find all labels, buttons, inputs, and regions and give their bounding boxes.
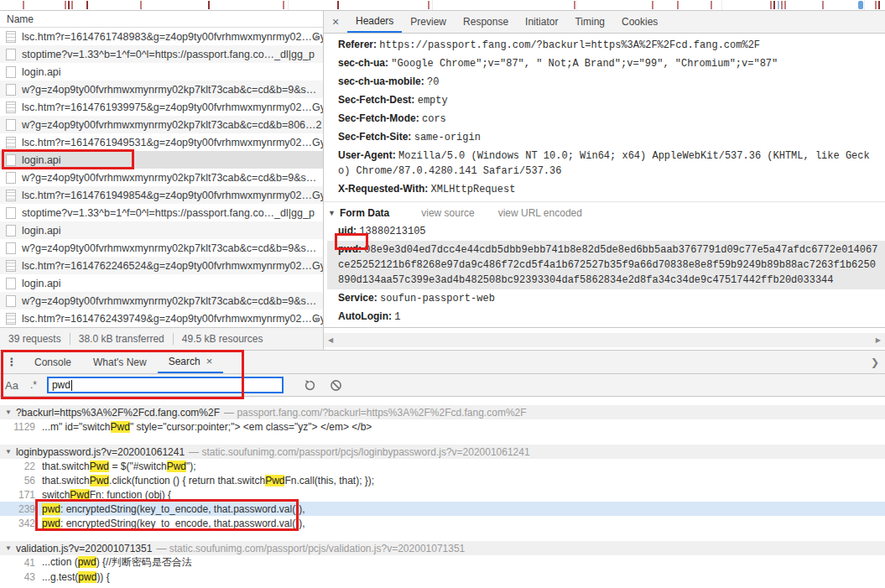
search-query-text: pwd <box>52 379 70 391</box>
request-row[interactable]: stoptime?v=1.33^b=1^f=0^l=https://passpo… <box>0 45 323 63</box>
file-icon <box>6 242 16 254</box>
scroll-down-icon[interactable]: ▼ <box>313 316 320 324</box>
tab-preview[interactable]: Preview <box>402 11 455 33</box>
match-text: " style="cursor:pointer;"> <em class="yz… <box>130 421 372 433</box>
result-group-header[interactable]: ▼validation.js?v=202001071351— static.so… <box>0 541 885 555</box>
search-match-line[interactable]: 22that.switchPwd = $("#switchPwd"); <box>0 459 885 473</box>
search-match-line[interactable]: 342pwd: encryptedString(key_to_encode, t… <box>0 516 885 530</box>
drawer-tab-console[interactable]: Console <box>23 351 82 373</box>
request-row[interactable]: lsc.htm?r=1614761949854&g=z4op9ty00fvrhm… <box>0 186 323 204</box>
header-value: same-origin <box>414 132 481 143</box>
request-name: login.api <box>22 154 61 166</box>
request-row[interactable]: stoptime?v=1.33^b=1^f=0^l=https://passpo… <box>0 204 323 221</box>
tab-headers[interactable]: Headers <box>347 11 402 33</box>
request-row[interactable]: lsc.htm?r=1614761748983&g=z4op9ty00fvrhm… <box>0 28 323 45</box>
network-overview-timeline[interactable] <box>0 0 885 11</box>
request-row[interactable]: lsc.htm?r=1614762246524&g=z4op9ty00fvrhm… <box>0 257 323 274</box>
network-panel: Name lsc.htm?r=1614761748983&g=z4op9ty00… <box>0 11 885 327</box>
collapse-triangle-icon[interactable]: ▼ <box>5 408 12 416</box>
header-value: empty <box>418 95 448 107</box>
request-row[interactable]: login.api <box>0 274 323 292</box>
file-icon <box>6 295 16 307</box>
horizontal-scrollbar[interactable]: ◀ ▶ <box>324 333 885 347</box>
search-input[interactable]: pwd <box>47 377 284 393</box>
search-match-line[interactable]: 171switchPwdFn: function (obj) { <box>0 487 885 502</box>
timeline-activity-tick-icon <box>652 1 653 9</box>
timeline-gridline <box>721 0 722 10</box>
request-row[interactable]: lsc.htm?r=1614761939975&g=z4op9ty00fvrhm… <box>0 98 323 116</box>
drawer-tab-what-s-new[interactable]: What's New <box>82 351 158 373</box>
collapse-triangle-icon[interactable]: ▼ <box>328 207 336 220</box>
match-line-content: pwd: encryptedString(key_to_encode, that… <box>42 518 305 529</box>
timeline-activity-tick-icon <box>778 1 779 9</box>
timeline-activity-tick-icon <box>677 1 679 9</box>
search-match-line[interactable]: 43...g.test(pwd)) { <box>0 570 885 584</box>
request-name: stoptime?v=1.33^b=1^f=0^l=https://passpo… <box>22 207 315 219</box>
request-row[interactable]: w?g=z4op9ty00fvrhmwxmynrmy02kp7klt73cab&… <box>0 81 323 98</box>
header-line: sec-ch-ua-mobile: ?0 <box>324 73 885 91</box>
search-match-line[interactable]: 1129...m" id="switchPwd" style="cursor:p… <box>0 419 885 434</box>
timeline-activity-tick-icon <box>822 1 824 9</box>
regex-toggle[interactable]: .* <box>30 379 37 391</box>
form-data-key: pwd: <box>338 243 364 255</box>
file-icon <box>6 172 16 184</box>
result-file-name: loginbypassword.js?v=202001061241 <box>16 446 185 458</box>
tab-response[interactable]: Response <box>455 11 517 33</box>
tab-timing[interactable]: Timing <box>566 11 613 33</box>
result-group: ▼?backurl=https%3A%2F%2Fcd.fang.com%2F— … <box>0 405 885 434</box>
request-name: lsc.htm?r=1614762439749&g=z4op9ty00fvrhm… <box>22 313 323 325</box>
collapse-triangle-icon[interactable]: ▼ <box>5 448 12 455</box>
request-name: lsc.htm?r=1614761949531&g=z4op9ty00fvrhm… <box>22 137 323 148</box>
scroll-right-icon[interactable]: ▶ <box>876 336 881 344</box>
close-tab-icon[interactable]: × <box>206 355 213 367</box>
refresh-search-icon[interactable] <box>304 379 316 392</box>
search-match-line[interactable]: 41...ction (pwd) {//判断密码是否合法 <box>0 555 885 570</box>
clear-search-icon[interactable] <box>330 379 342 392</box>
timeline-activity-tick-icon <box>781 1 783 9</box>
view-source-link[interactable]: view source <box>421 207 474 220</box>
request-row[interactable]: login.api <box>0 63 323 81</box>
name-column-label: Name <box>7 13 34 25</box>
tab-cookies[interactable]: Cookies <box>613 11 666 33</box>
timeline-gridline <box>432 0 433 10</box>
result-group-header[interactable]: ▼?backurl=https%3A%2F%2Fcd.fang.com%2F— … <box>0 405 885 419</box>
match-case-toggle[interactable]: Aa <box>5 379 18 392</box>
network-summary-bar: 39 requests38.0 kB transferred49.5 kB re… <box>0 327 324 350</box>
request-row[interactable]: w?g=z4op9ty00fvrhmwxmynrmy02kp7klt73cab&… <box>0 239 323 257</box>
request-row[interactable]: login.api <box>0 151 323 169</box>
form-data-value: 1 <box>394 311 400 323</box>
file-icon <box>6 119 16 131</box>
view-url-encoded-link[interactable]: view URL encoded <box>498 207 582 220</box>
tab-initiator[interactable]: Initiator <box>517 11 566 33</box>
drawer-menu-icon[interactable]: ⋮ <box>0 351 23 373</box>
match-highlight: pwd <box>78 556 96 568</box>
request-row[interactable]: lsc.htm?r=1614761949531&g=z4op9ty00fvrhm… <box>0 133 323 151</box>
close-details-button[interactable]: × <box>324 11 347 33</box>
request-row[interactable]: login.api <box>0 221 323 239</box>
request-row[interactable]: w?g=z4op9ty00fvrhmwxmynrmy02kp7klt73cab&… <box>0 116 323 133</box>
request-name: stoptime?v=1.33^b=1^f=0^l=https://passpo… <box>22 49 315 60</box>
request-name: lsc.htm?r=1614761939975&g=z4op9ty00fvrhm… <box>22 101 323 113</box>
drawer-tab-search[interactable]: Search× <box>158 351 224 373</box>
timeline-activity-tick-icon <box>773 1 775 9</box>
tab-overflow-chevron-icon[interactable]: ❯ <box>871 351 885 373</box>
header-value: cors <box>422 113 446 125</box>
request-row[interactable]: lsc.htm?r=1614762439749&g=z4op9ty00fvrhm… <box>0 310 323 327</box>
match-line-number: 171 <box>0 489 35 501</box>
search-match-line[interactable]: 239pwd: encryptedString(key_to_encode, t… <box>0 502 885 516</box>
search-match-line[interactable]: 56that.switchPwd.click(function () { ret… <box>0 473 885 487</box>
request-list: lsc.htm?r=1614761748983&g=z4op9ty00fvrhm… <box>0 28 323 327</box>
result-group-header[interactable]: ▼loginbypassword.js?v=202001061241— stat… <box>0 445 885 459</box>
request-row[interactable]: w?g=z4op9ty00fvrhmwxmynrmy02kp7klt73cab&… <box>0 169 323 186</box>
form-data-fields: uid: 13880213105pwd: 08e9e3d04ed7dcc4e44… <box>324 222 885 326</box>
scroll-up-icon[interactable]: ▲ <box>313 33 320 40</box>
request-row[interactable]: w?g=z4op9ty00fvrhmwxmynrmy02kp7klt73cab&… <box>0 292 323 310</box>
collapse-triangle-icon[interactable]: ▼ <box>5 544 12 552</box>
document-icon <box>6 137 16 148</box>
timeline-activity-tick-icon <box>86 1 88 9</box>
match-text: Fn.call(this, that); }); <box>284 475 374 487</box>
summary-item: 49.5 kB resources <box>174 333 272 345</box>
match-line-number: 56 <box>0 475 35 487</box>
name-column-header[interactable]: Name <box>0 11 323 28</box>
scroll-left-icon[interactable]: ◀ <box>328 336 333 344</box>
